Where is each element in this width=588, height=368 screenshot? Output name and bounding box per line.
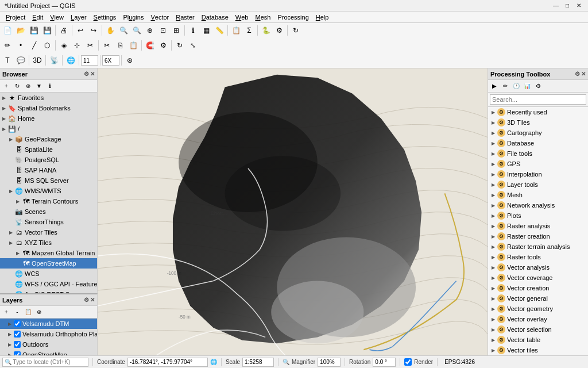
proc-item[interactable]: ▶ ⚙ 3D Tiles — [488, 117, 588, 128]
python-btn[interactable]: 🐍 — [260, 24, 272, 37]
browser-tree-item[interactable]: 🌐 WFS / OGC API - Features — [0, 279, 97, 289]
browser-tree-item[interactable]: 🗄 SpatiaLite — [0, 144, 97, 155]
gps-btn[interactable]: 📡 — [48, 54, 60, 67]
layer-item[interactable]: ▶ Velsamudu Orthophoto Plan — [0, 329, 97, 339]
proc-item[interactable]: ▶ ⚙ Vector coverage — [488, 273, 588, 283]
snap-options-btn[interactable]: ⚙ — [157, 39, 169, 52]
snap-btn[interactable]: 🧲 — [144, 39, 156, 52]
proc-item[interactable]: ▶ ⚙ Recently used — [488, 107, 588, 117]
browser-refresh-btn[interactable]: ↻ — [12, 81, 22, 91]
browser-tree-item[interactable]: ▶ 🔖 Spatial Bookmarks — [0, 103, 97, 113]
proc-item[interactable]: ▶ ⚙ Mesh — [488, 190, 588, 200]
map-area[interactable]: -150 m -150 m -50 m -50 m -100 m — [98, 68, 488, 356]
browser-tree-item[interactable]: ▶ 🗂 XYZ Tiles — [0, 237, 97, 248]
menu-project[interactable]: Project — [2, 12, 29, 23]
proc-item[interactable]: ▶ ⚙ Layer tools — [488, 179, 588, 190]
select-btn[interactable]: ▦ — [200, 24, 212, 37]
zoom-in-btn[interactable]: 🔍 — [117, 24, 130, 37]
filter-btn[interactable]: ⊛ — [123, 54, 136, 67]
browser-tree-item[interactable]: 🌐 ArcGIS REST Servers — [0, 289, 97, 293]
layers-add-btn[interactable]: + — [1, 307, 11, 317]
proc-item[interactable]: ▶ ⚙ Network analysis — [488, 200, 588, 210]
polygon-btn[interactable]: ⬡ — [41, 39, 53, 52]
zoom-out-btn[interactable]: 🔍 — [130, 24, 143, 37]
browser-tree-item[interactable]: ▶ ★ Favorites — [0, 93, 97, 103]
rotate-btn[interactable]: ↻ — [173, 39, 186, 52]
save-as-btn[interactable]: 💾 — [41, 24, 53, 37]
browser-collapse-btn[interactable]: ▼ — [34, 81, 44, 91]
layers-close-btn[interactable]: ✕ — [90, 297, 95, 303]
proc-item[interactable]: ▶ ⚙ Vector overlay — [488, 314, 588, 324]
layers-options-btn[interactable]: ⚙ — [84, 297, 89, 303]
browser-add-btn[interactable]: + — [1, 81, 11, 91]
proc-item[interactable]: ▶ ⚙ Vector table — [488, 335, 588, 345]
layers-open-attr-btn[interactable]: 📋 — [23, 307, 33, 317]
minimize-button[interactable]: — — [551, 1, 560, 10]
menu-processing[interactable]: Processing — [274, 12, 312, 23]
proc-item[interactable]: ▶ ⚙ Vector selection — [488, 324, 588, 335]
menu-web[interactable]: Web — [232, 12, 252, 23]
layer-checkbox[interactable] — [14, 331, 21, 338]
move-btn[interactable]: ⊹ — [71, 39, 83, 52]
digitize-btn[interactable]: ✏ — [1, 39, 14, 52]
proc-item[interactable]: ▶ ⚙ Raster analysis — [488, 221, 588, 231]
maximize-button[interactable]: □ — [563, 1, 572, 10]
zoom-full-btn[interactable]: ⊕ — [144, 24, 156, 37]
browser-close-btn[interactable]: ✕ — [90, 71, 95, 77]
menu-settings[interactable]: Settings — [90, 12, 120, 23]
browser-tree-item[interactable]: 📡 SensorThings — [0, 217, 97, 227]
menu-layer[interactable]: Layer — [67, 12, 90, 23]
browser-tree-item[interactable]: 🐘 PostgreSQL — [0, 155, 97, 165]
zoom-select-btn[interactable]: ⊞ — [170, 24, 183, 37]
browser-tree-item[interactable]: ▶ 🗺 Terrain Contours — [0, 196, 97, 206]
pan-btn[interactable]: ✋ — [104, 24, 117, 37]
line-btn[interactable]: ╱ — [28, 39, 40, 52]
open-project-btn[interactable]: 📂 — [14, 24, 27, 37]
browser-tree-item[interactable]: ▶ 🗂 Vector Tiles — [0, 227, 97, 237]
layers-filter-btn[interactable]: ⊛ — [34, 307, 44, 317]
render-checkbox[interactable] — [404, 358, 412, 366]
browser-tree-item[interactable]: ▶ 💾 / — [0, 124, 97, 134]
scale-btn[interactable]: ⤡ — [187, 39, 199, 52]
proc-item[interactable]: ▶ ⚙ Vector geometry — [488, 304, 588, 314]
proc-item[interactable]: ▶ ⚙ Raster terrain analysis — [488, 241, 588, 252]
attr-table-btn[interactable]: 📋 — [230, 24, 242, 37]
coordinate-input[interactable] — [127, 358, 208, 367]
epsg-btn[interactable]: EPSG:4326 — [442, 356, 478, 369]
refresh-btn[interactable]: ↻ — [289, 24, 302, 37]
redo-btn[interactable]: ↪ — [87, 24, 100, 37]
menu-mesh[interactable]: Mesh — [252, 12, 274, 23]
menu-plugins[interactable]: Plugins — [119, 12, 147, 23]
browser-props-btn[interactable]: ℹ — [45, 81, 55, 91]
browser-btn[interactable]: 🌐 — [64, 54, 77, 67]
menu-edit[interactable]: Edit — [29, 12, 47, 23]
proc-item[interactable]: ▶ ⚙ Interpolation — [488, 169, 588, 179]
processing-search-input[interactable] — [490, 94, 586, 105]
menu-help[interactable]: Help — [312, 12, 332, 23]
proc-item[interactable]: ▶ ⚙ Raster tools — [488, 252, 588, 262]
copy-btn[interactable]: ⎘ — [114, 39, 126, 52]
browser-tree-item[interactable]: ▶ 🌐 WMS/WMTS — [0, 186, 97, 196]
save-project-btn[interactable]: 💾 — [28, 24, 40, 37]
point-btn[interactable]: • — [14, 39, 27, 52]
magnifier-input[interactable] — [318, 358, 341, 367]
browser-tree-item[interactable]: ▶ 🏠 Home — [0, 113, 97, 124]
layer-checkbox[interactable] — [14, 341, 21, 348]
menu-view[interactable]: View — [47, 12, 67, 23]
proc-run-btn[interactable]: ▶ — [489, 81, 500, 91]
annotation-btn[interactable]: 💬 — [14, 54, 27, 67]
measure-btn[interactable]: 📏 — [213, 24, 226, 37]
scale-input[interactable] — [81, 55, 98, 66]
proc-item[interactable]: ▶ ⚙ Vector analysis — [488, 262, 588, 273]
layers-remove-btn[interactable]: - — [12, 307, 22, 317]
label-btn[interactable]: T — [1, 54, 14, 67]
proc-item[interactable]: ▶ ⚙ Database — [488, 138, 588, 148]
stats-btn[interactable]: Σ — [243, 24, 256, 37]
layer-item[interactable]: ▶ Outdoors — [0, 339, 97, 350]
proc-item[interactable]: ▶ ⚙ Vector creation — [488, 283, 588, 293]
zoom-input[interactable] — [102, 55, 119, 66]
proc-history-btn[interactable]: 🕐 — [511, 81, 521, 91]
close-button[interactable]: ✕ — [574, 1, 583, 10]
scale-input-status[interactable] — [242, 358, 274, 367]
menu-raster[interactable]: Raster — [172, 12, 198, 23]
